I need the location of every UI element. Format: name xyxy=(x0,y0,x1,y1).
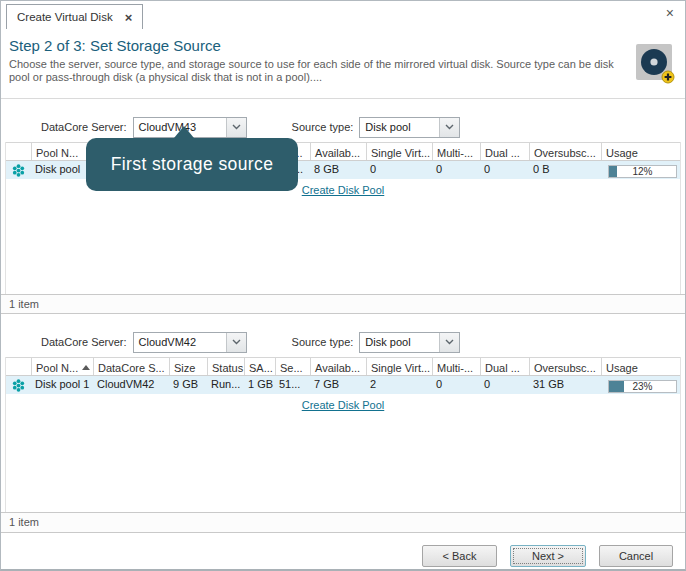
section2-controls: DataCore Server: CloudVM42 Source type: … xyxy=(1,327,685,357)
server-label: DataCore Server: xyxy=(41,121,127,133)
usage-meter: 12% xyxy=(608,165,677,178)
disk-pool-icon xyxy=(6,161,31,179)
column-header-se[interactable]: Se... xyxy=(275,358,310,375)
source-type-label: Source type: xyxy=(292,336,354,348)
column-header-dual[interactable]: Dual ... xyxy=(480,358,529,375)
source-type-dropdown-2-value: Disk pool xyxy=(360,333,439,352)
column-header-pool-name[interactable]: Pool N... xyxy=(31,143,93,160)
column-header-available[interactable]: Availab... xyxy=(310,358,366,375)
sort-ascending-icon xyxy=(82,365,90,370)
column-header-single[interactable]: Single Virt... xyxy=(366,358,432,375)
chevron-down-icon[interactable] xyxy=(439,333,459,352)
column-header-oversubscribed[interactable]: Oversubsc... xyxy=(529,143,601,160)
cell-pool-name: Disk pool 1 xyxy=(31,376,93,394)
source-type-dropdown-2[interactable]: Disk pool xyxy=(359,332,460,353)
cell-server: CloudVM42 xyxy=(93,376,169,394)
column-header-dual[interactable]: Dual ... xyxy=(480,143,529,160)
column-header-size[interactable]: Size xyxy=(169,358,207,375)
usage-value: 23% xyxy=(609,381,676,392)
column-header-single[interactable]: Single Virt... xyxy=(366,143,432,160)
cell-size: 9 GB xyxy=(169,376,207,394)
source-type-label: Source type: xyxy=(292,121,354,133)
cancel-button[interactable]: Cancel xyxy=(599,545,673,567)
source-type-dropdown-1[interactable]: Disk pool xyxy=(359,117,460,138)
server-dropdown-2[interactable]: CloudVM42 xyxy=(133,332,247,353)
cell-single: 2 xyxy=(366,376,432,394)
column-header-usage[interactable]: Usage xyxy=(601,358,680,375)
item-count-2: 1 item xyxy=(1,512,685,533)
cell-usage: 23% xyxy=(601,376,680,394)
usage-value: 12% xyxy=(609,166,676,177)
tab-title: Create Virtual Disk xyxy=(17,11,113,23)
chevron-down-icon[interactable] xyxy=(226,118,246,137)
cell-single: 0 xyxy=(366,161,432,179)
chevron-down-icon[interactable] xyxy=(439,118,459,137)
tab-create-virtual-disk[interactable]: Create Virtual Disk × xyxy=(6,4,143,29)
cell-status: Run... xyxy=(207,376,244,394)
page-title: Step 2 of 3: Set Storage Source xyxy=(9,37,685,54)
wizard-footer: < Back Next > Cancel xyxy=(1,533,685,571)
column-header-server[interactable]: DataCore S... xyxy=(93,358,169,375)
table-empty-area xyxy=(6,201,680,294)
chevron-down-icon[interactable] xyxy=(226,333,246,352)
cell-available: 7 GB xyxy=(310,376,366,394)
cell-sa: 1 GB xyxy=(244,376,275,394)
page-description: Choose the server, source type, and stor… xyxy=(9,58,621,84)
column-header-multi[interactable]: Multi-... xyxy=(432,143,480,160)
cell-oversubscribed: 31 GB xyxy=(529,376,601,394)
disk-pool-icon xyxy=(6,376,31,394)
cell-multi: 0 xyxy=(432,376,480,394)
cell-dual: 0 xyxy=(480,376,529,394)
tab-close-icon[interactable]: × xyxy=(125,11,133,24)
cell-multi: 0 xyxy=(432,161,480,179)
column-header-available[interactable]: Availab... xyxy=(310,143,366,160)
usage-meter: 23% xyxy=(608,380,677,393)
dialog-close-icon[interactable]: × xyxy=(666,6,674,20)
table-empty-area xyxy=(6,416,680,512)
column-header-icon xyxy=(6,358,31,375)
next-button[interactable]: Next > xyxy=(510,545,586,567)
create-disk-pool-link[interactable]: Create Disk Pool xyxy=(302,184,385,196)
pool-table-2: Pool N... DataCore S... Size Status SA..… xyxy=(5,357,681,512)
column-header-multi[interactable]: Multi-... xyxy=(432,358,480,375)
virtual-disk-add-icon xyxy=(635,42,675,88)
column-header-pool-name[interactable]: Pool N... xyxy=(31,358,93,375)
column-header-usage[interactable]: Usage xyxy=(601,143,680,160)
cell-se: 51... xyxy=(275,376,310,394)
create-disk-pool-link[interactable]: Create Disk Pool xyxy=(302,399,385,411)
cell-dual: 0 xyxy=(480,161,529,179)
wizard-header: Step 2 of 3: Set Storage Source Choose t… xyxy=(1,37,685,99)
column-header-icon xyxy=(6,143,31,160)
server-label: DataCore Server: xyxy=(41,336,127,348)
item-count-1: 1 item xyxy=(1,294,685,314)
create-virtual-disk-dialog: Create Virtual Disk × × Step 2 of 3: Set… xyxy=(0,0,686,571)
tab-bar: Create Virtual Disk × × xyxy=(1,1,685,29)
column-header-oversubscribed[interactable]: Oversubsc... xyxy=(529,358,601,375)
cell-available: 8 GB xyxy=(310,161,366,179)
cell-oversubscribed: 0 B xyxy=(529,161,601,179)
server-dropdown-2-value: CloudVM42 xyxy=(134,333,226,352)
cell-usage: 12% xyxy=(601,161,680,179)
column-header-status[interactable]: Status xyxy=(207,358,244,375)
cell-pool-name: Disk pool xyxy=(31,161,93,179)
source-type-dropdown-1-value: Disk pool xyxy=(360,118,439,137)
table-row[interactable]: Disk pool 1 CloudVM42 9 GB Run... 1 GB 5… xyxy=(6,376,680,394)
first-storage-source-tooltip: First storage source xyxy=(86,138,298,191)
pool-table-2-header: Pool N... DataCore S... Size Status SA..… xyxy=(6,357,680,376)
back-button[interactable]: < Back xyxy=(422,545,497,567)
column-header-sa[interactable]: SA... xyxy=(244,358,275,375)
